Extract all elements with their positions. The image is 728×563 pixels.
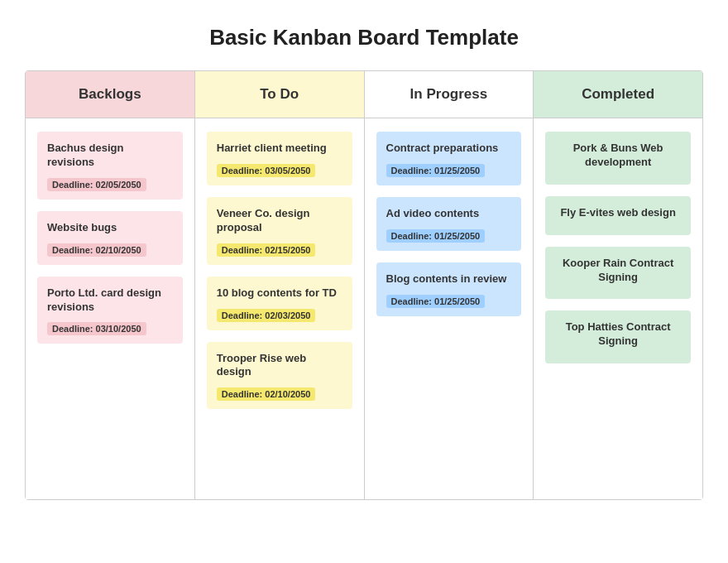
card-title: Porto Ltd. card design revisions (47, 286, 173, 315)
card-deadline: Deadline: 03/10/2050 (47, 322, 146, 335)
header-inprogress: In Progress (365, 71, 534, 118)
card-deadline: Deadline: 02/15/2050 (217, 243, 316, 257)
header-backlogs: Backlogs (26, 71, 195, 118)
card[interactable]: Trooper Rise web designDeadline: 02/10/2… (207, 342, 352, 410)
card[interactable]: Contract preparationsDeadline: 01/25/205… (376, 132, 522, 185)
card-title: Bachus design revisions (47, 142, 173, 170)
card-deadline: Deadline: 01/25/2050 (386, 295, 486, 308)
column-todo: Harriet client meetingDeadline: 03/05/20… (195, 118, 365, 499)
card-deadline: Deadline: 02/10/2050 (47, 243, 146, 257)
kanban-board: Backlogs To Do In Progress Completed Bac… (25, 70, 703, 500)
card[interactable]: Top Hatties Contract Signing (545, 310, 691, 363)
card[interactable]: Ad video contentsDeadline: 01/25/2050 (376, 197, 522, 251)
card-title: Harriet client meeting (217, 142, 342, 156)
card-title: Contract preparations (386, 142, 512, 156)
card-title: Veneer Co. design proposal (217, 207, 342, 235)
card[interactable]: 10 blog contents for TDDeadline: 02/03/2… (207, 277, 352, 330)
card[interactable]: Bachus design revisionsDeadline: 02/05/2… (37, 132, 183, 200)
header-todo: To Do (195, 71, 365, 118)
column-completed: Pork & Buns Web developmentFly E-vites w… (534, 118, 702, 499)
column-backlogs: Bachus design revisionsDeadline: 02/05/2… (26, 118, 195, 499)
card[interactable]: Porto Ltd. card design revisionsDeadline… (37, 277, 183, 344)
card-deadline: Deadline: 02/10/2050 (217, 387, 316, 401)
card-title: Website bugs (47, 221, 173, 235)
board-body: Bachus design revisionsDeadline: 02/05/2… (26, 118, 702, 499)
card-title: Pork & Buns Web development (555, 142, 681, 170)
card[interactable]: Blog contents in reviewDeadline: 01/25/2… (376, 262, 522, 316)
board-header: Backlogs To Do In Progress Completed (26, 71, 702, 118)
card[interactable]: Veneer Co. design proposalDeadline: 02/1… (207, 197, 352, 265)
column-inprogress: Contract preparationsDeadline: 01/25/205… (365, 118, 534, 499)
card[interactable]: Pork & Buns Web development (545, 132, 691, 185)
page-title: Basic Kanban Board Template (209, 25, 519, 51)
card[interactable]: Kooper Rain Contract Signing (545, 247, 691, 300)
card-deadline: Deadline: 02/03/2050 (217, 309, 316, 322)
card-title: Blog contents in review (386, 272, 512, 286)
card-deadline: Deadline: 02/05/2050 (47, 178, 146, 191)
header-completed: Completed (534, 71, 702, 118)
card-deadline: Deadline: 01/25/2050 (386, 164, 486, 177)
card-title: Ad video contents (386, 207, 512, 221)
card-title: Kooper Rain Contract Signing (555, 257, 681, 285)
card-title: Top Hatties Contract Signing (555, 320, 681, 349)
card-deadline: Deadline: 03/05/2050 (217, 164, 316, 177)
card[interactable]: Website bugsDeadline: 02/10/2050 (37, 211, 183, 265)
card[interactable]: Harriet client meetingDeadline: 03/05/20… (207, 132, 352, 185)
card-deadline: Deadline: 01/25/2050 (386, 229, 486, 243)
card-title: Trooper Rise web design (217, 352, 342, 380)
card-title: 10 blog contents for TD (217, 286, 342, 301)
card-title: Fly E-vites web design (555, 206, 681, 220)
card[interactable]: Fly E-vites web design (545, 196, 691, 235)
